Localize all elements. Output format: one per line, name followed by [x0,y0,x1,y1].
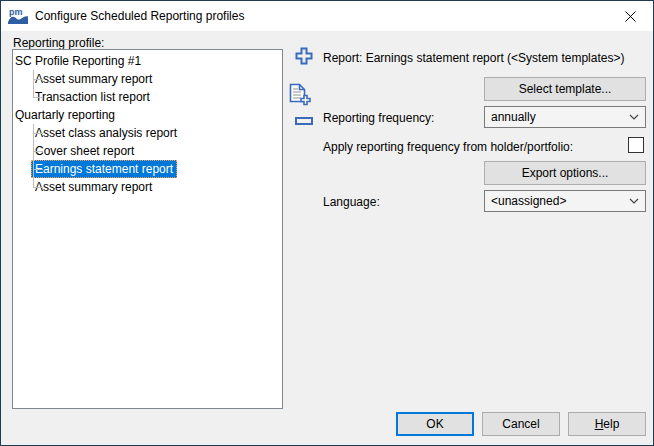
tree-item[interactable]: SC Profile Reporting #1 [13,52,282,70]
apply-frequency-label: Apply reporting frequency from holder/po… [323,140,573,154]
tree-item[interactable]: Asset summary report [13,178,282,196]
language-select[interactable]: <unassigned> [484,190,646,212]
ok-button[interactable]: OK [396,412,474,436]
dialog-body: Reporting profile: SC Profile Reporting … [1,31,653,445]
tree-item[interactable]: Quartarly reporting [13,106,282,124]
titlebar: pm Configure Scheduled Reporting profile… [1,1,653,31]
reporting-profile-label: Reporting profile: [13,36,104,50]
svg-text:pm: pm [9,7,23,17]
window-title: Configure Scheduled Reporting profiles [35,9,244,23]
language-value: <unassigned> [491,194,629,208]
reporting-frequency-select[interactable]: annually [484,106,646,128]
reporting-frequency-value: annually [491,110,629,124]
configure-scheduled-reporting-dialog: pm Configure Scheduled Reporting profile… [0,0,654,446]
tree-item-label: Asset summary report [31,70,156,88]
plus-icon [295,53,313,68]
tree-item[interactable]: Transaction list report [13,88,282,106]
language-label: Language: [323,195,380,209]
chevron-down-icon [629,198,639,204]
tree-item-label: SC Profile Reporting #1 [13,52,143,70]
tree-item-label: Asset summary report [31,178,156,196]
tree-item-label: Transaction list report [31,88,154,106]
minus-icon [295,113,313,128]
export-options-button[interactable]: Export options... [484,161,646,185]
chevron-down-icon [629,114,639,120]
tree-item-label: Cover sheet report [31,142,138,160]
tree-item[interactable]: Asset summary report [13,70,282,88]
add-report-button[interactable] [295,47,313,65]
close-button[interactable] [608,1,653,31]
duplicate-report-icon [289,97,313,112]
apply-frequency-checkbox[interactable] [628,137,644,153]
help-button[interactable]: Help [568,412,646,436]
reporting-profile-list[interactable]: SC Profile Reporting #1Asset summary rep… [12,49,283,409]
tree-item[interactable]: Asset class analysis report [13,124,282,142]
tree-item-label: Earnings statement report [31,160,177,178]
tree-item[interactable]: Cover sheet report [13,142,282,160]
tree-item-label: Asset class analysis report [31,124,181,142]
tree-item-label: Quartarly reporting [13,106,117,124]
cancel-button[interactable]: Cancel [482,412,560,436]
close-icon [625,11,636,22]
select-template-button[interactable]: Select template... [484,77,646,101]
duplicate-report-button[interactable] [289,83,313,109]
reporting-frequency-label: Reporting frequency: [323,111,434,125]
remove-report-button[interactable] [295,117,313,125]
report-summary-text: Report: Earnings statement report (<Syst… [323,51,624,65]
tree-item[interactable]: Earnings statement report [13,160,282,178]
pm-logo-icon: pm [8,7,28,25]
